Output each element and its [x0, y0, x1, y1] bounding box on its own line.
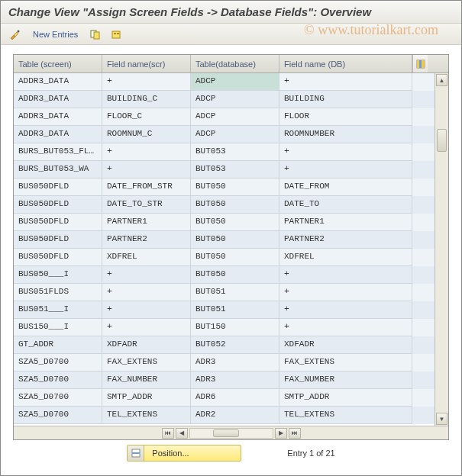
cell[interactable]: XDFREL: [279, 249, 412, 266]
delimit-icon[interactable]: [108, 27, 125, 42]
cell[interactable]: +: [279, 301, 412, 319]
horizontal-scrollbar[interactable]: ⏮ ◀ ▶ ⏭: [14, 426, 448, 439]
scroll-thumb[interactable]: [437, 129, 447, 152]
cell[interactable]: +: [279, 161, 412, 178]
cell[interactable]: DATE_TO: [279, 196, 412, 214]
cell[interactable]: +: [102, 266, 191, 284]
table-row[interactable]: SZA5_D0700FAX_EXTENSADR3FAX_EXTENS: [14, 354, 435, 371]
cell[interactable]: FAX_NUMBER: [279, 371, 412, 389]
cell[interactable]: BUT050: [191, 178, 279, 196]
table-row[interactable]: BUS150___I+BUT150+: [14, 319, 435, 336]
toggle-edit-icon[interactable]: [7, 27, 24, 42]
cell[interactable]: BUS150___I: [14, 319, 102, 336]
table-row[interactable]: BUS050DFLDXDFRELBUT050XDFREL: [14, 249, 435, 266]
cell[interactable]: BUT150: [191, 319, 279, 336]
cell[interactable]: ADCP: [191, 126, 279, 143]
cell[interactable]: PARTNER1: [279, 214, 412, 231]
table-row[interactable]: BUS050DFLDPARTNER1BUT050PARTNER1: [14, 214, 435, 231]
cell[interactable]: BUT053: [191, 143, 279, 161]
cell[interactable]: +: [279, 143, 412, 161]
cell[interactable]: FAX_EXTENS: [279, 354, 412, 371]
cell[interactable]: BUILDING: [279, 91, 412, 108]
cell[interactable]: BUT050: [191, 214, 279, 231]
cell[interactable]: BUT052: [191, 336, 279, 354]
cell[interactable]: ADCP: [191, 91, 279, 108]
cell[interactable]: SZA5_D0700: [14, 407, 102, 424]
cell[interactable]: SMTP_ADDR: [102, 389, 191, 407]
cell[interactable]: PARTNER1: [102, 214, 191, 231]
cell[interactable]: BURS_BUT053_FL…: [14, 143, 102, 161]
cell[interactable]: +: [102, 319, 191, 336]
cell[interactable]: BUT050: [191, 196, 279, 214]
cell[interactable]: +: [102, 301, 191, 319]
cell[interactable]: +: [102, 161, 191, 178]
cell[interactable]: BURS_BUT053_WA: [14, 161, 102, 178]
new-entries-button[interactable]: New Entries: [28, 28, 82, 40]
cell[interactable]: ADDR3_DATA: [14, 126, 102, 143]
table-row[interactable]: SZA5_D0700TEL_EXTENSADR2TEL_EXTENS: [14, 407, 435, 424]
first-page-icon[interactable]: ⏮: [162, 428, 174, 439]
cell[interactable]: +: [279, 319, 412, 336]
cell[interactable]: BUILDING_C: [102, 91, 191, 108]
cell[interactable]: BUT050: [191, 266, 279, 284]
cell[interactable]: SMTP_ADDR: [279, 389, 412, 407]
table-row[interactable]: ADDR3_DATAFLOOR_CADCPFLOOR: [14, 108, 435, 126]
hscroll-track[interactable]: [189, 428, 273, 439]
cell[interactable]: BUS050___I: [14, 266, 102, 284]
table-row[interactable]: ADDR3_DATAROOMNUM_CADCPROOMNUMBER: [14, 126, 435, 143]
table-row[interactable]: BURS_BUT053_FL…+BUT053+: [14, 143, 435, 161]
cell[interactable]: SZA5_D0700: [14, 354, 102, 371]
cell[interactable]: ADR3: [191, 371, 279, 389]
cell[interactable]: SZA5_D0700: [14, 371, 102, 389]
cell[interactable]: PARTNER2: [279, 231, 412, 249]
cell[interactable]: ROOMNUMBER: [279, 126, 412, 143]
cell[interactable]: +: [279, 284, 412, 301]
cell[interactable]: GT_ADDR: [14, 336, 102, 354]
cell[interactable]: BUS050DFLD: [14, 249, 102, 266]
cell[interactable]: BUS050DFLD: [14, 178, 102, 196]
cell[interactable]: ADDR3_DATA: [14, 108, 102, 126]
cell[interactable]: FAX_EXTENS: [102, 354, 191, 371]
table-row[interactable]: BUS050DFLDPARTNER2BUT050PARTNER2: [14, 231, 435, 249]
cell[interactable]: ADR6: [191, 389, 279, 407]
cell[interactable]: +: [279, 266, 412, 284]
cell[interactable]: DATE_TO_STR: [102, 196, 191, 214]
cell[interactable]: +: [102, 284, 191, 301]
cell[interactable]: PARTNER2: [102, 231, 191, 249]
table-row[interactable]: BUS050DFLDDATE_FROM_STRBUT050DATE_FROM: [14, 178, 435, 196]
cell[interactable]: BUT050: [191, 231, 279, 249]
cell[interactable]: +: [279, 73, 412, 91]
cell[interactable]: BUT050: [191, 249, 279, 266]
cell[interactable]: SZA5_D0700: [14, 389, 102, 407]
scroll-right-icon[interactable]: ▶: [275, 428, 287, 439]
col-header[interactable]: Field name (DB): [279, 55, 412, 72]
table-row[interactable]: BUS050DFLDDATE_TO_STRBUT050DATE_TO: [14, 196, 435, 214]
copy-icon[interactable]: [87, 27, 104, 42]
cell[interactable]: XDFREL: [102, 249, 191, 266]
cell[interactable]: BUT051: [191, 284, 279, 301]
cell[interactable]: BUS050DFLD: [14, 231, 102, 249]
table-row[interactable]: SZA5_D0700SMTP_ADDRADR6SMTP_ADDR: [14, 389, 435, 407]
table-row[interactable]: ADDR3_DATA+ADCP+: [14, 73, 435, 91]
cell[interactable]: BUS050DFLD: [14, 196, 102, 214]
table-row[interactable]: GT_ADDRXDFADRBUT052XDFADR: [14, 336, 435, 354]
cell[interactable]: ROOMNUM_C: [102, 126, 191, 143]
cell[interactable]: TEL_EXTENS: [102, 407, 191, 424]
last-page-icon[interactable]: ⏭: [289, 428, 301, 439]
col-header[interactable]: Table (screen): [14, 55, 102, 72]
table-row[interactable]: BURS_BUT053_WA+BUT053+: [14, 161, 435, 178]
scroll-up-icon[interactable]: ▲: [436, 74, 447, 86]
scroll-left-icon[interactable]: ◀: [176, 428, 188, 439]
cell[interactable]: ADDR3_DATA: [14, 91, 102, 108]
cell[interactable]: ADDR3_DATA: [14, 73, 102, 91]
hscroll-thumb[interactable]: [213, 429, 239, 437]
table-row[interactable]: SZA5_D0700FAX_NUMBERADR3FAX_NUMBER: [14, 371, 435, 389]
cell[interactable]: TEL_EXTENS: [279, 407, 412, 424]
cell[interactable]: BUS051FLDS: [14, 284, 102, 301]
table-row[interactable]: ADDR3_DATABUILDING_CADCPBUILDING: [14, 91, 435, 108]
cell[interactable]: DATE_FROM_STR: [102, 178, 191, 196]
cell[interactable]: +: [102, 73, 191, 91]
vertical-scrollbar[interactable]: ▲ ▼: [435, 73, 448, 426]
position-button[interactable]: Position...: [127, 445, 241, 462]
cell[interactable]: XDFADR: [102, 336, 191, 354]
